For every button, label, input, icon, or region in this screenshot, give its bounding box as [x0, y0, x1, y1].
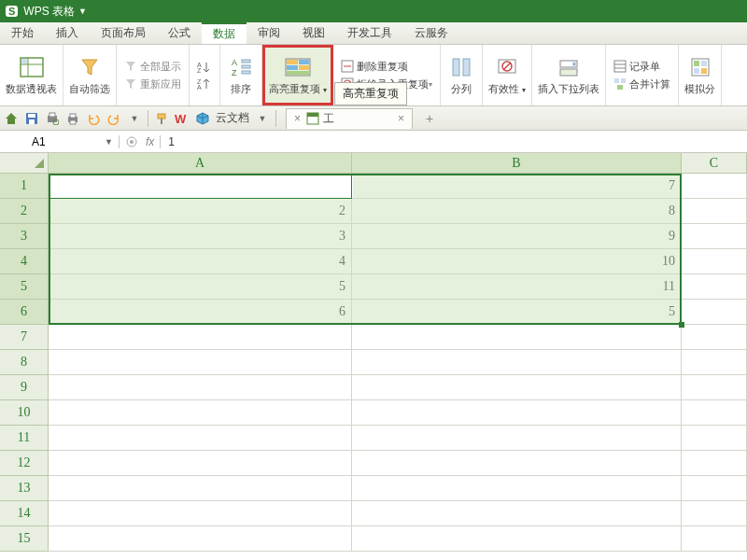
cell[interactable]	[352, 476, 682, 501]
cell[interactable]	[682, 350, 747, 375]
doc-tab-close[interactable]: ×	[398, 112, 404, 125]
doc-tab-close-left[interactable]: ×	[294, 112, 301, 125]
pivot-table-button[interactable]: 数据透视表	[0, 45, 63, 105]
whatif-button[interactable]: 模拟分	[679, 45, 722, 105]
row-header[interactable]: 9	[0, 375, 49, 400]
validation-button[interactable]: 有效性 ▾	[483, 45, 532, 105]
cell[interactable]	[682, 224, 747, 249]
cell[interactable]	[49, 501, 352, 526]
cube-icon[interactable]	[195, 111, 210, 126]
qat-dropdown-icon[interactable]: ▼	[127, 111, 142, 126]
cell[interactable]	[352, 451, 682, 476]
menu-item-5[interactable]: 审阅	[247, 22, 291, 44]
cell[interactable]: 4	[49, 249, 352, 274]
remove-duplicates-button[interactable]: 删除重复项	[337, 58, 412, 76]
menu-item-2[interactable]: 页面布局	[90, 22, 157, 44]
row-header[interactable]: 7	[0, 325, 49, 350]
fx-button[interactable]: fx	[146, 135, 154, 148]
row-header[interactable]: 4	[0, 249, 49, 274]
name-box-dropdown-icon[interactable]: ▼	[105, 137, 113, 147]
cell[interactable]	[49, 526, 352, 552]
row-header[interactable]: 8	[0, 350, 49, 375]
cell[interactable]	[352, 400, 682, 426]
cell[interactable]	[682, 400, 747, 426]
cell[interactable]	[682, 476, 747, 501]
cell[interactable]	[682, 325, 747, 350]
title-dropdown-icon[interactable]: ▼	[78, 7, 87, 16]
row-header[interactable]: 2	[0, 199, 49, 224]
cell[interactable]	[682, 451, 747, 476]
sort-button[interactable]: AZ 排序	[220, 45, 262, 105]
row-header[interactable]: 13	[0, 476, 49, 501]
cell[interactable]	[682, 426, 747, 451]
cell[interactable]	[682, 274, 747, 300]
sort-desc-button[interactable]: ZA	[193, 76, 216, 92]
cell[interactable]: 5	[352, 300, 682, 325]
menu-item-7[interactable]: 开发工具	[336, 22, 403, 44]
cell[interactable]	[49, 350, 352, 375]
formula-input[interactable]: 1	[161, 135, 747, 148]
cell[interactable]: 3	[49, 224, 352, 249]
cell[interactable]	[682, 526, 747, 552]
cell[interactable]	[682, 300, 747, 325]
fill-handle[interactable]	[679, 322, 684, 328]
row-header[interactable]: 6	[0, 300, 49, 325]
autofilter-button[interactable]: 自动筛选	[63, 45, 117, 105]
cell[interactable]	[682, 199, 747, 224]
undo-icon[interactable]	[86, 111, 101, 126]
home-icon[interactable]	[4, 111, 19, 126]
cell[interactable]: 6	[49, 300, 352, 325]
insert-dropdown-button[interactable]: 插入下拉列表	[532, 45, 606, 105]
cell[interactable]: 11	[352, 274, 682, 300]
row-header[interactable]: 10	[0, 400, 49, 426]
cell[interactable]	[682, 501, 747, 526]
col-header-A[interactable]: A	[49, 153, 352, 174]
cell[interactable]	[49, 375, 352, 400]
cell[interactable]	[49, 476, 352, 501]
cell[interactable]	[352, 501, 682, 526]
add-tab-button[interactable]: +	[426, 111, 433, 126]
cell[interactable]	[352, 526, 682, 552]
cell[interactable]	[682, 249, 747, 274]
consolidate-button[interactable]: 合并计算	[610, 76, 674, 93]
format-painter-icon[interactable]	[154, 111, 169, 126]
print-preview-icon[interactable]	[45, 111, 60, 126]
menu-item-3[interactable]: 公式	[157, 22, 202, 44]
select-all-corner[interactable]	[0, 153, 49, 174]
cloud-doc-button[interactable]: 云文档	[216, 110, 249, 126]
reapply-button[interactable]: 重新应用	[120, 76, 185, 93]
cell[interactable]	[49, 426, 352, 451]
cell[interactable]	[49, 325, 352, 350]
show-all-button[interactable]: 全部显示	[120, 58, 185, 76]
cell[interactable]: 5	[49, 274, 352, 300]
cell[interactable]: 8	[352, 199, 682, 224]
menu-item-4[interactable]: 数据	[202, 22, 247, 44]
cell[interactable]	[352, 325, 682, 350]
row-header[interactable]: 14	[0, 501, 49, 526]
cell[interactable]: 2	[49, 199, 352, 224]
row-header[interactable]: 11	[0, 426, 49, 451]
fb-tool-icon[interactable]	[125, 135, 138, 148]
cell[interactable]: 9	[352, 224, 682, 249]
cell[interactable]	[352, 350, 682, 375]
row-header[interactable]: 3	[0, 224, 49, 249]
cell[interactable]	[682, 375, 747, 400]
record-form-button[interactable]: 记录单	[610, 58, 664, 76]
col-header-C[interactable]: C	[682, 153, 747, 174]
row-header[interactable]: 12	[0, 451, 49, 476]
col-header-B[interactable]: B	[352, 153, 682, 174]
cell[interactable]	[49, 451, 352, 476]
menu-item-1[interactable]: 插入	[45, 22, 90, 44]
cell[interactable]: 1	[49, 174, 352, 199]
redo-icon[interactable]	[106, 111, 121, 126]
save-icon[interactable]	[24, 111, 39, 126]
document-tab[interactable]: × 工 ×	[286, 108, 413, 129]
row-header[interactable]: 15	[0, 526, 49, 552]
menu-item-0[interactable]: 开始	[0, 22, 45, 44]
menu-item-6[interactable]: 视图	[291, 22, 336, 44]
cell[interactable]	[49, 400, 352, 426]
cell[interactable]	[682, 174, 747, 199]
print-icon[interactable]	[65, 111, 80, 126]
cell[interactable]: 7	[352, 174, 682, 199]
cell[interactable]	[352, 375, 682, 400]
